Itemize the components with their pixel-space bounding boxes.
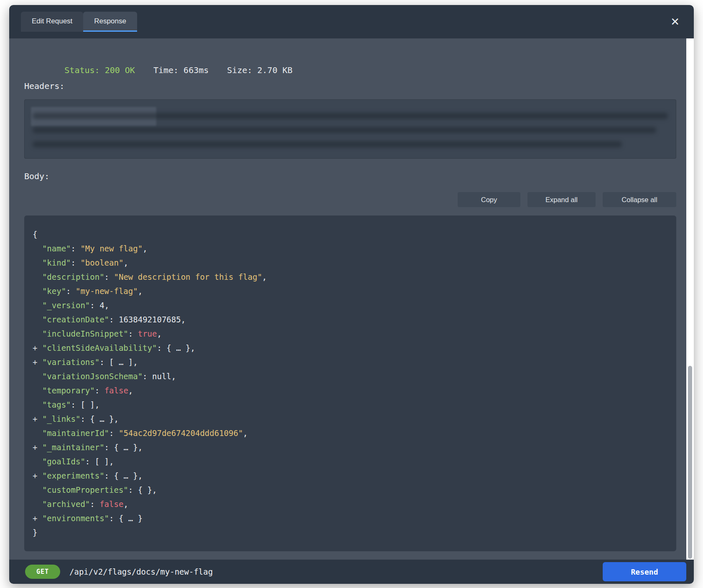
code-token: : [71, 400, 81, 409]
redacted-header-line [33, 113, 668, 119]
code-token: : [109, 514, 119, 523]
code-token: "boolean" [80, 258, 123, 267]
code-token: { [33, 230, 37, 239]
code-token: [ ], [80, 400, 99, 409]
code-token: , [157, 329, 161, 338]
code-token: "my-new-flag" [76, 286, 138, 296]
code-token: , [138, 286, 143, 296]
code-line: + "experiments": { … }, [33, 469, 668, 483]
code-token: "name" [42, 244, 71, 253]
code-line: { [33, 227, 668, 241]
code-token: : [99, 357, 109, 367]
code-token [33, 428, 42, 438]
expand-toggle-icon[interactable]: + [33, 514, 42, 523]
code-token: { … } [119, 514, 143, 523]
code-token: "_links" [42, 414, 81, 423]
expand-toggle-icon[interactable]: + [33, 471, 42, 480]
code-line: "description": "New description for this… [33, 270, 668, 284]
code-line: "archived": false, [33, 497, 668, 511]
code-line: + "variations": [ … ], [33, 355, 668, 369]
code-line: "variationJsonSchema": null, [33, 369, 668, 383]
http-method-badge: GET [25, 565, 60, 579]
code-token: "key" [42, 286, 66, 296]
code-token: "tags" [42, 400, 71, 409]
tab-response[interactable]: Response [83, 12, 137, 32]
code-line: + "_links": { … }, [33, 412, 668, 426]
expand-toggle-icon[interactable]: + [33, 443, 42, 452]
code-line: "tags": [ ], [33, 398, 668, 412]
body-section-label: Body: [24, 171, 676, 182]
code-token [33, 499, 42, 509]
code-line: } [33, 525, 668, 540]
code-line: + "environments": { … } [33, 511, 668, 525]
code-token [33, 372, 42, 381]
code-token: "temporary" [42, 386, 95, 395]
code-line: "name": "My new flag", [33, 241, 668, 256]
code-token: , [104, 301, 109, 310]
code-token: : [157, 343, 166, 352]
api-response-modal: Edit Request Response ✕ Status:200 OKTim… [9, 5, 694, 584]
code-token: "experiments" [42, 471, 104, 480]
collapse-all-button[interactable]: Collapse all [603, 192, 676, 207]
size-label: Size: [227, 65, 252, 75]
redacted-header-line [33, 141, 622, 147]
code-token: "_version" [42, 301, 90, 310]
code-token: : [80, 414, 90, 423]
code-line: "maintainerId": "54ac2d97de674204ddd6109… [33, 426, 668, 440]
status-value: 200 OK [105, 65, 135, 75]
copy-button[interactable]: Copy [458, 192, 520, 207]
code-token [33, 315, 42, 324]
code-token: : [104, 272, 114, 281]
code-token: { }, [138, 485, 157, 494]
code-token [33, 286, 42, 296]
expand-toggle-icon[interactable]: + [33, 357, 42, 367]
scrollbar-track[interactable] [686, 38, 694, 560]
code-token: : [95, 386, 104, 395]
code-token: 1638492107685 [119, 315, 181, 324]
tab-edit-request-label: Edit Request [32, 17, 72, 25]
code-token: "54ac2d97de674204ddd61096" [119, 428, 243, 438]
code-token [33, 457, 42, 466]
code-token: , [171, 372, 176, 381]
code-token: true [138, 329, 157, 338]
expand-all-button[interactable]: Expand all [527, 192, 596, 207]
code-token: "includeInSnippet" [42, 329, 128, 338]
code-token: null [152, 372, 171, 381]
code-token: "_maintainer" [42, 443, 104, 452]
code-token: : [104, 443, 114, 452]
code-line: "_version": 4, [33, 298, 668, 312]
code-token: , [181, 315, 186, 324]
code-token: "kind" [42, 258, 71, 267]
code-token: : [143, 372, 152, 381]
code-token [33, 272, 42, 281]
code-token: , [123, 499, 128, 509]
tab-edit-request[interactable]: Edit Request [21, 12, 83, 32]
code-token: false [104, 386, 128, 395]
scrollbar-thumb[interactable] [688, 366, 692, 559]
body-toolbar: Copy Expand all Collapse all [24, 192, 676, 207]
expand-toggle-icon[interactable]: + [33, 414, 42, 423]
code-token: : [128, 329, 138, 338]
code-token: : [90, 499, 99, 509]
resend-button[interactable]: Resend [603, 562, 686, 581]
code-token: : [85, 457, 95, 466]
code-token: "variationJsonSchema" [42, 372, 143, 381]
json-code: { "name": "My new flag", "kind": "boolea… [24, 215, 676, 551]
code-token: , [243, 428, 247, 438]
code-token: : [71, 258, 81, 267]
expand-toggle-icon[interactable]: + [33, 343, 42, 352]
response-status-row: Status:200 OKTime:663msSize:2.70 KB [24, 55, 676, 66]
response-panel: Status:200 OKTime:663msSize:2.70 KB Head… [9, 38, 686, 560]
code-line: + "clientSideAvailability": { … }, [33, 341, 668, 355]
headers-box [24, 99, 676, 159]
time-value: 663ms [183, 65, 209, 75]
code-token [33, 386, 42, 395]
code-token: { … }, [114, 471, 143, 480]
code-token [33, 244, 42, 253]
close-icon[interactable]: ✕ [668, 15, 682, 29]
code-token: , [262, 272, 267, 281]
code-token: "archived" [42, 499, 90, 509]
code-token: } [33, 528, 37, 537]
code-token: { … }, [114, 443, 143, 452]
code-token: false [99, 499, 123, 509]
